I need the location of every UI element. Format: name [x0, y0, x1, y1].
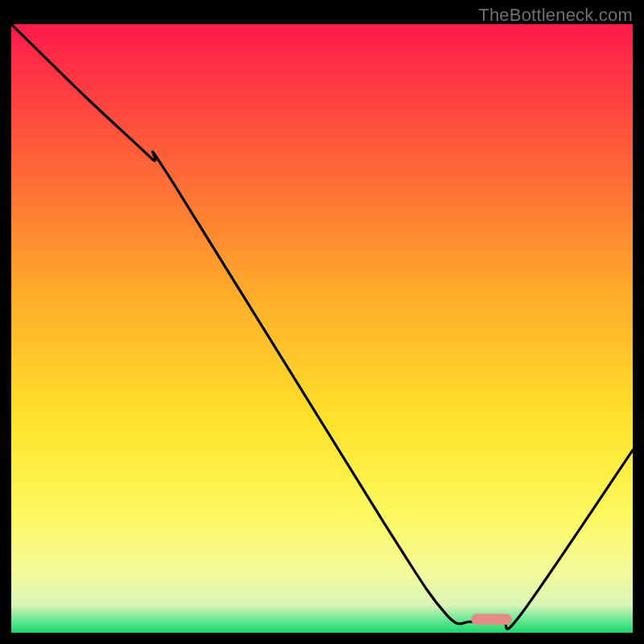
optimal-marker: [471, 614, 511, 625]
bottleneck-chart: [11, 24, 633, 633]
chart-frame: [11, 24, 633, 633]
watermark-text: TheBottleneck.com: [478, 5, 633, 26]
